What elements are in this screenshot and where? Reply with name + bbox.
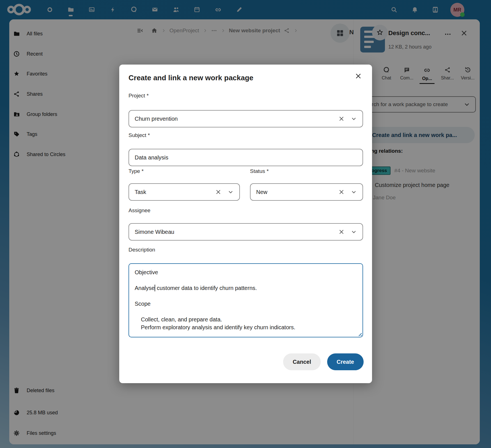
clear-x-icon[interactable] bbox=[338, 189, 345, 195]
chevron-down-icon[interactable] bbox=[228, 189, 234, 195]
chevron-down-icon[interactable] bbox=[351, 229, 357, 235]
project-value: Churn prevention bbox=[135, 116, 338, 122]
chevron-down-icon[interactable] bbox=[351, 116, 357, 122]
status-value: New bbox=[256, 189, 338, 195]
type-value: Task bbox=[135, 189, 215, 195]
description-textarea[interactable]: Objective Analyse customer data to ident… bbox=[129, 263, 363, 337]
assignee-select[interactable]: Simone Wibeau bbox=[129, 223, 363, 241]
subject-label: Subject * bbox=[129, 132, 150, 138]
type-label: Type * bbox=[129, 168, 144, 174]
clear-x-icon[interactable] bbox=[338, 116, 345, 122]
resize-handle[interactable] bbox=[357, 332, 362, 336]
create-button[interactable]: Create bbox=[327, 353, 364, 370]
subject-value: Data analysis bbox=[135, 154, 357, 161]
project-select[interactable]: Churn prevention bbox=[129, 110, 363, 127]
clear-x-icon[interactable] bbox=[215, 189, 221, 195]
description-text-after: customer data to identify churn patterns… bbox=[135, 285, 295, 330]
status-label: Status * bbox=[250, 168, 269, 174]
project-label: Project * bbox=[129, 93, 149, 99]
assignee-value: Simone Wibeau bbox=[135, 229, 338, 235]
description-label: Description bbox=[129, 247, 155, 253]
assignee-label: Assignee bbox=[129, 207, 150, 214]
cancel-button[interactable]: Cancel bbox=[283, 353, 321, 370]
modal-close-icon[interactable] bbox=[355, 72, 362, 80]
status-select[interactable]: New bbox=[250, 183, 363, 201]
create-work-package-modal: Create and link a new work package Proje… bbox=[119, 65, 372, 383]
clear-x-icon[interactable] bbox=[338, 229, 345, 235]
subject-input[interactable]: Data analysis bbox=[129, 149, 363, 166]
chevron-down-icon[interactable] bbox=[351, 189, 357, 195]
type-select[interactable]: Task bbox=[129, 183, 240, 201]
modal-title: Create and link a new work package bbox=[129, 74, 253, 82]
